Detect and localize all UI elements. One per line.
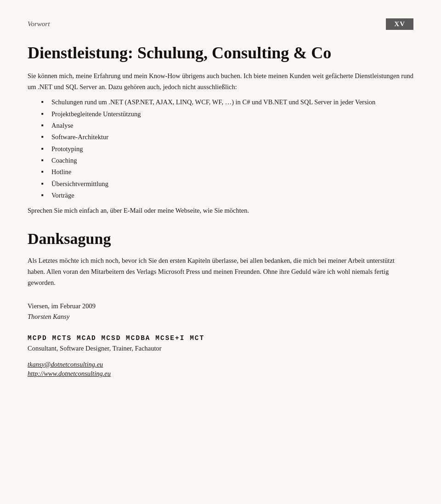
list-item: Coaching (41, 155, 413, 166)
services-list: Schulungen rund um .NET (ASP.NET, AJAX, … (41, 96, 413, 201)
list-item: Vorträge (41, 190, 413, 201)
list-item: Analyse (41, 120, 413, 131)
list-item: Schulungen rund um .NET (ASP.NET, AJAX, … (41, 96, 413, 108)
role-line: Consultant, Software Designer, Trainer, … (28, 345, 413, 352)
list-item: Übersichtvermittlung (41, 178, 413, 190)
danksagung-heading: Danksagung (28, 230, 413, 248)
list-item: Prototyping (41, 143, 413, 155)
signature-name: Thorsten Kansy (28, 313, 413, 321)
contact-paragraph: Sprechen Sie mich einfach an, über E-Mai… (28, 205, 413, 216)
credentials-line: MCPD MCTS MCAD MCSD MCDBA MCSE+I MCT (28, 334, 413, 342)
list-item: Software-Architektur (41, 131, 413, 143)
list-item: Hotline (41, 166, 413, 178)
main-title: Dienstleistung: Schulung, Consulting & C… (28, 44, 413, 62)
signature-location: Viersen, im Februar 2009 (28, 302, 413, 310)
chapter-label: Vorwort (28, 18, 50, 28)
page-header: Vorwort XV (28, 18, 413, 30)
signature-block: Viersen, im Februar 2009 Thorsten Kansy (28, 302, 413, 321)
page: Vorwort XV Dienstleistung: Schulung, Con… (0, 0, 441, 504)
page-number: XV (386, 18, 413, 30)
email-link[interactable]: tkansy@dotnetconsulting.eu (28, 361, 413, 368)
website-link[interactable]: http://www.dotnetconsulting.eu (28, 370, 413, 378)
danksagung-paragraph: Als Letztes möchte ich mich noch, bevor … (28, 255, 413, 289)
intro-paragraph: Sie können mich, meine Erfahrung und mei… (28, 71, 413, 93)
list-item: Projektbegleitende Unterstützung (41, 108, 413, 120)
